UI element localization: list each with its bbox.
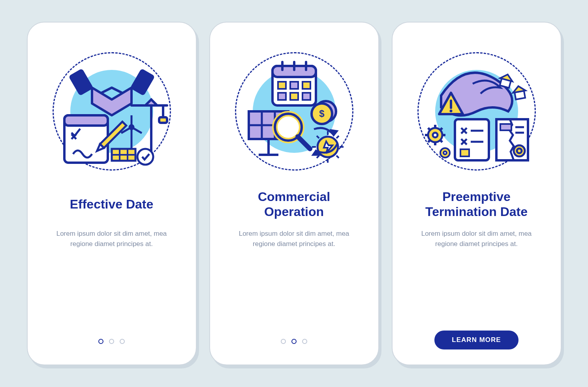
pager-dots <box>98 339 125 344</box>
svg-line-45 <box>317 156 319 158</box>
svg-rect-19 <box>278 82 286 89</box>
svg-rect-23 <box>290 93 298 100</box>
learn-more-button[interactable]: LEARN MORE <box>434 331 518 349</box>
svg-line-44 <box>336 156 339 158</box>
pager-dot-1[interactable] <box>98 339 103 344</box>
pager-dot-2[interactable] <box>109 339 114 344</box>
svg-rect-72 <box>500 124 511 130</box>
screen-body: Lorem ipsum dolor sit dim amet, mea regi… <box>229 229 359 250</box>
screen-body: Lorem ipsum dolor sit dim amet, mea regi… <box>411 229 542 250</box>
svg-point-57 <box>433 133 438 137</box>
pager-dot-1[interactable] <box>281 339 286 344</box>
svg-rect-22 <box>278 93 286 100</box>
svg-point-13 <box>137 149 153 165</box>
pager-dot-2[interactable] <box>291 339 297 344</box>
svg-point-75 <box>514 145 525 156</box>
svg-point-8 <box>130 125 133 129</box>
pager-dots <box>281 339 307 344</box>
svg-rect-24 <box>302 93 310 100</box>
wave-warning-docs-icon <box>417 52 536 171</box>
svg-rect-3 <box>64 115 108 126</box>
onboarding-screen-1: Effective Date Lorem ipsum dolor sit dim… <box>27 22 197 365</box>
svg-line-65 <box>440 128 442 130</box>
handshake-contract-icon <box>53 52 171 171</box>
svg-rect-1 <box>132 70 153 94</box>
illustration-effective-date <box>51 50 173 173</box>
svg-point-55 <box>449 110 452 113</box>
illustration-termination <box>415 50 538 173</box>
svg-line-63 <box>440 140 442 142</box>
illustration-commercial-operation: $ <box>233 50 355 173</box>
onboarding-screen-3: Preemptive Termination Date Lorem ipsum … <box>392 22 562 365</box>
svg-line-62 <box>428 128 430 130</box>
svg-point-67 <box>443 151 447 154</box>
svg-line-43 <box>317 136 319 138</box>
screen-title: Preemptive Termination Date <box>410 188 543 220</box>
screen-title: Commercial Operation <box>227 188 361 220</box>
pager-dot-3[interactable] <box>120 339 125 344</box>
svg-rect-6 <box>159 117 167 123</box>
svg-rect-71 <box>460 149 469 156</box>
svg-line-46 <box>336 136 339 138</box>
calendar-energy-icon: $ <box>235 52 353 171</box>
svg-rect-0 <box>70 70 92 94</box>
svg-line-64 <box>428 140 430 142</box>
svg-text:$: $ <box>319 108 325 119</box>
onboarding-screen-2: $ <box>209 22 379 365</box>
svg-line-34 <box>298 137 310 149</box>
svg-rect-20 <box>290 82 298 89</box>
svg-rect-21 <box>302 82 310 89</box>
svg-marker-52 <box>512 85 525 92</box>
screen-title: Effective Date <box>70 188 154 220</box>
pager-dot-3[interactable] <box>302 339 307 344</box>
screen-body: Lorem ipsum dolor sit dim amet, mea regi… <box>47 229 177 250</box>
